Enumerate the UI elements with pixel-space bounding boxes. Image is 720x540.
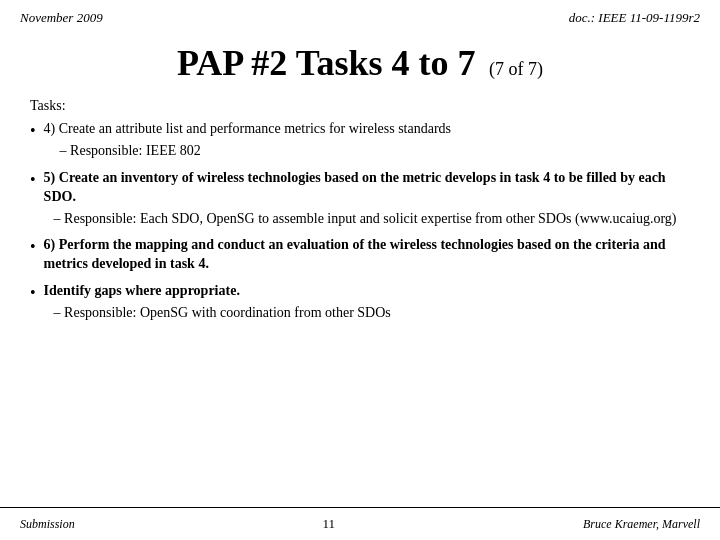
list-item: • 6) Perform the mapping and conduct an … [30,236,690,274]
sub-item: – Responsible: Each SDO, OpenSG to assem… [54,210,690,229]
header: November 2009 doc.: IEEE 11-09-1199r2 [0,0,720,32]
bullet-4-text: Identify gaps where appropriate. [44,283,240,298]
bullet-3-text: 6) Perform the mapping and conduct an ev… [44,237,666,271]
list-item: • 4) Create an attribute list and perfor… [30,120,690,161]
footer-page: 11 [323,516,336,532]
bullet-icon: • [30,121,36,142]
sub-item-text: – Responsible: IEEE 802 [60,142,201,161]
footer-right: Bruce Kraemer, Marvell [583,517,700,532]
bullet-icon: • [30,283,36,304]
header-doc: doc.: IEEE 11-09-1199r2 [569,10,700,26]
bullet-icon: • [30,170,36,191]
bullet-2-text: 5) Create an inventory of wireless techn… [44,170,666,204]
slide-title: PAP #2 Tasks 4 to 7 [177,43,475,83]
list-item: • Identify gaps where appropriate. – Res… [30,282,690,323]
footer: Submission 11 Bruce Kraemer, Marvell [0,507,720,540]
content-area: Tasks: • 4) Create an attribute list and… [0,98,720,507]
sub-item-text: – Responsible: OpenSG with coordination … [54,304,391,323]
slide-title-sub: (7 of 7) [489,59,543,79]
list-item: • 5) Create an inventory of wireless tec… [30,169,690,229]
bullet-icon: • [30,237,36,258]
tasks-label: Tasks: [30,98,690,114]
header-date: November 2009 [20,10,103,26]
sub-item-text: – Responsible: Each SDO, OpenSG to assem… [54,210,677,229]
title-area: PAP #2 Tasks 4 to 7 (7 of 7) [0,32,720,98]
slide: November 2009 doc.: IEEE 11-09-1199r2 PA… [0,0,720,540]
bullet-1-text: 4) Create an attribute list and performa… [44,121,451,136]
sub-item: – Responsible: IEEE 802 [54,142,690,161]
bullet-list: • 4) Create an attribute list and perfor… [30,120,690,323]
footer-left: Submission [20,517,75,532]
sub-item: – Responsible: OpenSG with coordination … [54,304,690,323]
